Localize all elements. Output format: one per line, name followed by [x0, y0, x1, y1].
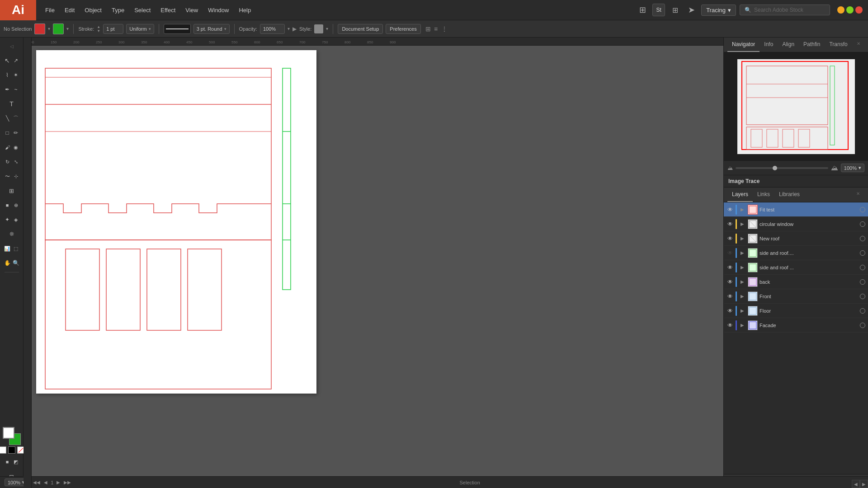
gradient-mode-btn[interactable]: ◩ [12, 455, 20, 469]
lasso-tool[interactable]: ⌇ [3, 68, 11, 82]
nav-first-btn[interactable]: ◀◀ [33, 479, 41, 487]
layer-expand-btn[interactable]: ▶ [739, 264, 746, 271]
menu-file[interactable]: File [41, 5, 59, 15]
stroke-type-dropdown[interactable]: Uniform ▾ [126, 24, 154, 34]
tab-transform[interactable]: Transfo [825, 38, 852, 52]
hand-tool[interactable]: ✋ [3, 256, 11, 270]
zoom-display[interactable]: 100% ▾ [841, 164, 864, 172]
menu-object[interactable]: Object [80, 5, 106, 15]
nav-last-btn[interactable]: ▶▶ [63, 479, 71, 487]
layer-expand-btn[interactable]: ▶ [739, 307, 746, 314]
fill-dropdown-arrow[interactable]: ▾ [48, 26, 50, 31]
grid-icon[interactable]: ⊞ [669, 4, 681, 16]
layer-item-floor[interactable]: 👁 ▶ Floor [724, 304, 868, 318]
scroll-right-btn[interactable]: ▶ [860, 480, 868, 488]
scale-tool[interactable]: ⤡ [12, 155, 20, 169]
layer-expand-btn[interactable]: ▶ [739, 221, 746, 228]
scroll-left-btn[interactable]: ◀ [852, 480, 860, 488]
grid-arrange-icon[interactable]: ⊞ [425, 25, 431, 33]
menu-type[interactable]: Type [107, 5, 129, 15]
eraser-tool[interactable]: ◉ [12, 141, 20, 154]
selection-tool[interactable]: ↖ [3, 54, 11, 67]
opacity-arrow[interactable]: ▾ [288, 26, 290, 31]
tab-navigator[interactable]: Navigator [727, 38, 760, 52]
share-icon[interactable]: St [652, 4, 665, 16]
layer-visibility-side-roof-1[interactable]: 👁 [726, 249, 734, 257]
more-icon[interactable]: ⋮ [441, 25, 448, 33]
layer-expand-btn[interactable]: ▶ [739, 278, 746, 286]
blob-brush-tool[interactable]: 🖌 [3, 141, 11, 154]
list-arrange-icon[interactable]: ≡ [434, 25, 438, 33]
layer-item-back[interactable]: 👁 ▶ back [724, 275, 868, 289]
nav-prev-btn[interactable]: ◀ [42, 479, 50, 487]
libraries-icon[interactable]: ⊞ [636, 4, 649, 16]
layers-panel-close[interactable]: ✕ [852, 188, 864, 202]
paintbrush-tool[interactable]: ✏ [12, 126, 20, 140]
layer-visibility-fit-test[interactable]: 👁 [726, 206, 734, 213]
layer-target-floor[interactable] [860, 308, 865, 314]
stroke-end-dropdown[interactable]: 3 pt. Round ▾ [193, 24, 230, 34]
opacity-value[interactable]: 100% [260, 24, 285, 34]
tab-links[interactable]: Links [753, 188, 774, 202]
layer-visibility-circular-window[interactable]: 👁 [726, 221, 734, 228]
menu-help[interactable]: Help [234, 5, 255, 15]
zoom-tool[interactable]: 🔍 [12, 256, 20, 270]
magic-wand-tool[interactable]: ✶ [12, 68, 20, 82]
canvas-content[interactable] [32, 46, 723, 488]
layer-target-back[interactable] [860, 279, 865, 285]
layer-item-side-roof-1[interactable]: 👁 ▶ side and roof.... [724, 246, 868, 260]
pen-tool[interactable]: ✒ [3, 83, 11, 96]
stroke-preview[interactable] [164, 24, 191, 34]
gradient-tool[interactable]: ■ [3, 198, 11, 212]
menu-view[interactable]: View [181, 5, 203, 15]
search-box[interactable]: 🔍 Search Adobe Stock [740, 5, 830, 15]
zoom-out-mountain-icon[interactable]: ⛰ [727, 165, 733, 171]
layer-item-facade[interactable]: 👁 ▶ Facade [724, 318, 868, 333]
collapse-panel-btn[interactable]: ◁ [4, 39, 20, 53]
document-setup-button[interactable]: Document Setup [338, 24, 383, 34]
style-swatch[interactable] [314, 24, 323, 33]
layer-expand-btn[interactable]: ▶ [739, 322, 746, 329]
layer-target-fit-test[interactable] [860, 207, 865, 212]
maximize-button[interactable] [846, 6, 854, 14]
tab-info[interactable]: Info [760, 38, 778, 52]
panel-close[interactable]: ✕ [852, 38, 865, 52]
layer-target-side-roof-2[interactable] [860, 265, 865, 270]
direct-selection-tool[interactable]: ↗ [12, 54, 20, 67]
layer-target-circular-window[interactable] [860, 221, 865, 227]
layer-target-side-roof-1[interactable] [860, 250, 865, 256]
layer-expand-btn[interactable]: ▶ [739, 249, 746, 257]
layer-visibility-front[interactable]: 👁 [726, 293, 734, 300]
warp-tool[interactable]: 〜 [3, 169, 11, 183]
color-mode-btn[interactable]: ■ [3, 455, 11, 469]
layer-target-new-roof[interactable] [860, 236, 865, 241]
menu-effect[interactable]: Effect [156, 5, 180, 15]
slice-tool[interactable]: ⬚ [12, 242, 20, 255]
rotate-tool[interactable]: ↻ [3, 155, 11, 169]
stroke-color-swatch[interactable] [53, 23, 64, 34]
zoom-slider[interactable] [736, 167, 828, 169]
eyedropper-tool[interactable]: ✦ [3, 213, 11, 226]
layer-target-facade[interactable] [860, 323, 865, 328]
black-swatch[interactable] [8, 446, 15, 454]
layer-expand-btn[interactable]: ▶ [739, 235, 746, 242]
minimize-button[interactable] [837, 6, 844, 14]
layer-expand-btn[interactable]: ▶ [739, 206, 746, 213]
opacity-more[interactable]: ▶ [292, 26, 297, 32]
arrow-icon[interactable]: ➤ [685, 4, 698, 16]
zoom-in-mountain-icon[interactable]: ⛰ [831, 164, 838, 172]
layer-item-new-roof[interactable]: 👁 ▶ New roof [724, 231, 868, 246]
fill-color-indicator[interactable] [3, 427, 14, 439]
style-arrow[interactable]: ▾ [326, 26, 328, 31]
layer-visibility-floor[interactable]: 👁 [726, 307, 734, 314]
tab-align[interactable]: Align [778, 38, 799, 52]
fill-color-swatch[interactable] [34, 23, 45, 34]
navigator-preview[interactable] [724, 52, 868, 161]
nav-next-btn[interactable]: ▶ [54, 479, 62, 487]
line-tool[interactable]: ╲ [3, 112, 11, 125]
layer-item-fit-test[interactable]: 👁 ▶ Fit test [724, 202, 868, 217]
curvature-tool[interactable]: ~ [12, 83, 20, 96]
perspective-grid-tool[interactable]: ⊞ [4, 184, 20, 197]
tracing-dropdown[interactable]: Tracing ▾ [701, 5, 736, 16]
blend-tool[interactable]: ◈ [12, 213, 20, 226]
